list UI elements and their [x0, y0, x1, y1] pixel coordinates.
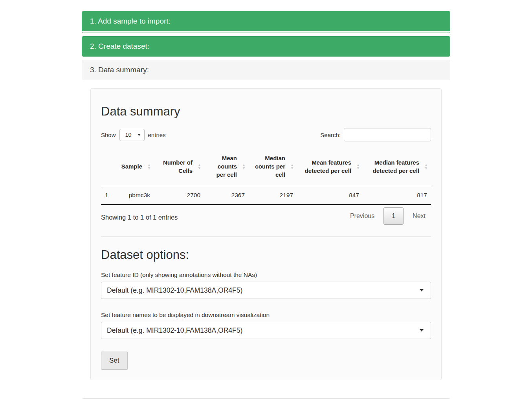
cell-median-features: 817 — [363, 186, 431, 205]
column-header-mean-counts[interactable]: Mean counts per cell — [204, 147, 249, 186]
next-button[interactable]: Next — [407, 209, 431, 224]
row-index: 1 — [101, 186, 117, 205]
feature-id-label: Set feature ID (only showing annotations… — [101, 271, 431, 279]
sort-icon[interactable] — [290, 163, 294, 170]
table-row[interactable]: 1 pbmc3k 2700 2367 2197 847 817 — [101, 186, 431, 205]
cell-mean-features: 847 — [297, 186, 363, 205]
chevron-down-icon — [420, 289, 424, 291]
feature-names-selected-value: Default (e.g. MIR1302-10,FAM138A,OR4F5) — [107, 326, 242, 335]
sort-icon[interactable] — [424, 163, 428, 170]
rowname-header — [101, 147, 117, 186]
sort-icon[interactable] — [198, 163, 201, 170]
column-header-mean-features[interactable]: Mean features detected per cell — [297, 147, 363, 186]
sort-icon[interactable] — [356, 163, 360, 170]
previous-button[interactable]: Previous — [345, 209, 380, 224]
search-input[interactable] — [344, 128, 431, 141]
pagination: Previous 1 Next — [345, 205, 431, 225]
set-button[interactable]: Set — [101, 352, 128, 370]
panel-add-sample-collapsed-body — [82, 31, 450, 33]
column-header-sample[interactable]: Sample — [117, 147, 154, 186]
datatable-footer: Showing 1 to 1 of 1 entries Previous 1 N… — [101, 205, 431, 225]
data-summary-heading: Data summary — [101, 104, 431, 119]
cell-sample: pbmc3k — [117, 186, 154, 205]
page-1-button[interactable]: 1 — [383, 207, 404, 225]
panel-data-summary-title: 3. Data summary: — [90, 66, 149, 74]
chevron-down-icon — [420, 329, 424, 332]
panel-add-sample-title: 1. Add sample to import: — [90, 17, 171, 25]
panel-add-sample: 1. Add sample to import: — [82, 11, 450, 33]
sort-icon[interactable] — [147, 163, 151, 170]
table-search: Search: — [320, 128, 431, 141]
section-divider — [101, 236, 431, 237]
page-length-control: Show 10 entries — [101, 129, 166, 141]
data-summary-table: Sample Number of Cells Mean counts per c… — [101, 147, 431, 205]
column-header-number-of-cells[interactable]: Number of Cells — [154, 147, 204, 186]
panel-add-sample-header[interactable]: 1. Add sample to import: — [82, 11, 450, 31]
panel-data-summary: 3. Data summary: Data summary Show 10 en… — [82, 60, 450, 399]
feature-id-select[interactable]: Default (e.g. MIR1302-10,FAM138A,OR4F5) — [101, 282, 431, 299]
panel-create-dataset-header[interactable]: 2. Create dataset: — [82, 37, 450, 56]
chevron-down-icon — [138, 134, 141, 136]
panel-data-summary-body: Data summary Show 10 entries Search: — [82, 80, 450, 398]
panel-data-summary-header[interactable]: 3. Data summary: — [82, 60, 450, 80]
panel-create-dataset: 2. Create dataset: — [82, 36, 450, 57]
feature-names-label: Set feature names to be displayed in dow… — [101, 312, 431, 319]
sort-icon[interactable] — [242, 163, 246, 170]
feature-names-select[interactable]: Default (e.g. MIR1302-10,FAM138A,OR4F5) — [101, 322, 431, 339]
datatable-toolbar: Show 10 entries Search: — [101, 128, 431, 141]
main-content: 1. Add sample to import: 2. Create datas… — [82, 11, 450, 399]
data-summary-well: Data summary Show 10 entries Search: — [90, 88, 442, 380]
table-info: Showing 1 to 1 of 1 entries — [101, 209, 178, 221]
page-length-select[interactable]: 10 — [119, 129, 145, 141]
column-header-median-features[interactable]: Median features detected per cell — [363, 147, 431, 186]
dataset-options-heading: Dataset options: — [101, 248, 431, 262]
feature-id-selected-value: Default (e.g. MIR1302-10,FAM138A,OR4F5) — [107, 286, 242, 295]
cell-median-counts: 2197 — [249, 186, 297, 205]
page-length-value: 10 — [125, 132, 132, 138]
table-header-row: Sample Number of Cells Mean counts per c… — [101, 147, 431, 186]
entries-label: entries — [148, 132, 166, 138]
search-label: Search: — [320, 132, 341, 138]
show-label: Show — [101, 132, 116, 138]
panel-create-dataset-title: 2. Create dataset: — [90, 42, 149, 50]
cell-mean-counts: 2367 — [204, 186, 249, 205]
cell-number-of-cells: 2700 — [154, 186, 204, 205]
column-header-median-counts[interactable]: Median counts per cell — [249, 147, 297, 186]
